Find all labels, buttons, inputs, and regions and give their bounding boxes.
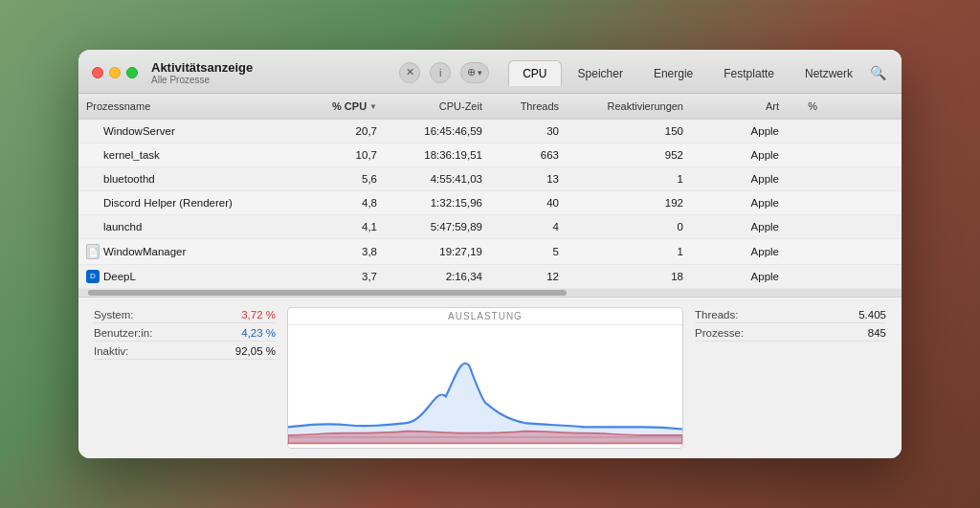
close-filter-button[interactable]: ✕: [399, 62, 420, 83]
col-header-cpu[interactable]: % CPU ▼: [289, 98, 385, 115]
cell-cputime: 5:47:59,89: [385, 218, 490, 235]
tab-cpu[interactable]: CPU: [508, 60, 561, 86]
cell-cpu: 3,8: [289, 243, 385, 260]
table-row[interactable]: kernel_task 10,7 18:36:19,51 663 952 App…: [78, 144, 902, 167]
tab-energie[interactable]: Energie: [639, 60, 707, 86]
table-header: Prozessname % CPU ▼ CPU-Zeit Threads Rea…: [78, 94, 902, 120]
cell-cputime: 4:55:41,03: [385, 170, 490, 188]
table-body: WindowServer 20,7 16:45:46,59 30 150 App…: [78, 120, 902, 289]
window-title: Aktivitätsanzeige: [151, 60, 253, 75]
cell-reakt: 0: [567, 218, 691, 235]
table-row[interactable]: 📄WindowManager 3,8 19:27,19 5 1 Apple: [78, 239, 902, 265]
toolbar-controls: ✕ i ⊕ ▾: [399, 62, 489, 83]
cell-cpu: 10,7: [289, 146, 385, 164]
maximize-button[interactable]: [126, 67, 138, 78]
cell-cpu: 20,7: [289, 122, 385, 140]
col-header-cputime[interactable]: CPU-Zeit: [385, 98, 490, 115]
tab-speicher[interactable]: Speicher: [564, 60, 637, 86]
cell-threads: 5: [490, 243, 567, 260]
chart-title: AUSLASTUNG: [288, 308, 682, 325]
cell-art: Apple: [691, 218, 787, 235]
stats-left: System: 3,72 % Benutzer:in: 4,23 % Inakt…: [94, 307, 276, 449]
stat-label-right: Prozesse:: [695, 327, 744, 339]
col-header-percent[interactable]: %: [787, 98, 825, 115]
cell-cputime: 18:36:19,51: [385, 146, 490, 164]
stat-label: System:: [94, 309, 134, 320]
cell-reakt: 1: [567, 170, 691, 188]
cell-art: Apple: [691, 243, 787, 260]
cell-reakt: 1: [567, 243, 691, 260]
table-row[interactable]: WindowServer 20,7 16:45:46,59 30 150 App…: [78, 120, 902, 144]
traffic-lights: [92, 67, 138, 78]
process-name: kernel_task: [103, 149, 160, 161]
close-icon: ✕: [406, 66, 414, 78]
cell-cpu: 4,8: [289, 194, 385, 211]
cell-prozessname: Discord Helper (Renderer): [78, 193, 289, 212]
tab-netzwerk[interactable]: Netzwerk: [791, 60, 867, 86]
stat-value: 4,23 %: [241, 327, 276, 339]
process-name: Discord Helper (Renderer): [103, 197, 233, 209]
cell-prozessname: WindowServer: [78, 121, 289, 141]
cell-threads: 12: [490, 268, 567, 285]
search-button[interactable]: 🔍: [867, 62, 888, 83]
cell-threads: 13: [490, 170, 567, 188]
col-header-reakt[interactable]: Reaktivierungen: [567, 98, 691, 115]
search-icon: 🔍: [870, 65, 886, 80]
title-block: Aktivitätsanzeige Alle Prozesse: [151, 60, 253, 85]
info-button[interactable]: i: [430, 62, 451, 83]
cell-threads: 663: [490, 146, 567, 164]
horizontal-scrollbar[interactable]: [78, 289, 902, 297]
cell-reakt: 192: [567, 194, 691, 211]
chevron-down-icon: ▾: [478, 68, 482, 77]
deepl-icon: D: [86, 270, 100, 283]
stat-row-right: Threads: 5.405: [695, 307, 886, 323]
scrollbar-thumb[interactable]: [88, 290, 567, 296]
cell-cpu: 3,7: [289, 268, 385, 285]
table-row[interactable]: bluetoothd 5,6 4:55:41,03 13 1 Apple: [78, 167, 902, 191]
cell-prozessname: 📄WindowManager: [78, 241, 289, 262]
table-row[interactable]: launchd 4,1 5:47:59,89 4 0 Apple: [78, 215, 902, 239]
chart-svg-area: [288, 325, 682, 448]
stat-value: 3,72 %: [241, 309, 276, 320]
col-header-prozessname[interactable]: Prozessname: [78, 98, 289, 115]
cell-art: Apple: [691, 122, 787, 140]
stats-right: Threads: 5.405 Prozesse: 845: [695, 307, 886, 449]
filter-button[interactable]: ⊕ ▾: [460, 62, 489, 83]
close-button[interactable]: [92, 67, 103, 78]
cell-percent: [787, 152, 825, 158]
stat-row-right: Prozesse: 845: [695, 325, 886, 342]
cell-prozessname: launchd: [78, 217, 289, 236]
bottom-panel: System: 3,72 % Benutzer:in: 4,23 % Inakt…: [78, 297, 902, 458]
cell-art: Apple: [691, 146, 787, 164]
cell-percent: [787, 274, 825, 279]
cell-threads: 30: [490, 122, 567, 140]
sort-arrow-icon: ▼: [369, 102, 377, 111]
cell-art: Apple: [691, 194, 787, 211]
tab-festplatte[interactable]: Festplatte: [709, 60, 789, 86]
stat-value: 92,05 %: [235, 345, 276, 357]
cell-prozessname: DDeepL: [78, 267, 289, 286]
cell-percent: [787, 200, 825, 206]
cell-cpu: 4,1: [289, 218, 385, 235]
process-name: DeepL: [103, 271, 136, 282]
table-wrapper: Prozessname % CPU ▼ CPU-Zeit Threads Rea…: [78, 94, 902, 297]
stat-label: Benutzer:in:: [94, 327, 152, 339]
window-subtitle: Alle Prozesse: [151, 75, 253, 85]
activity-monitor-window: Aktivitätsanzeige Alle Prozesse ✕ i ⊕ ▾ …: [78, 50, 902, 458]
chart-svg: [288, 325, 682, 448]
cell-threads: 4: [490, 218, 567, 235]
tab-bar: CPU Speicher Energie Festplatte Netzwerk: [508, 59, 867, 85]
cell-cpu: 5,6: [289, 170, 385, 188]
minimize-button[interactable]: [109, 67, 121, 78]
titlebar: Aktivitätsanzeige Alle Prozesse ✕ i ⊕ ▾ …: [78, 50, 902, 94]
table-row[interactable]: DDeepL 3,7 2:16,34 12 18 Apple: [78, 265, 902, 289]
cell-percent: [787, 176, 825, 182]
col-header-threads[interactable]: Threads: [490, 98, 567, 115]
process-name: launchd: [103, 221, 142, 232]
table-row[interactable]: Discord Helper (Renderer) 4,8 1:32:15,96…: [78, 191, 902, 215]
info-icon: i: [439, 67, 441, 78]
cell-threads: 40: [490, 194, 567, 211]
doc-icon: 📄: [86, 244, 100, 259]
cell-cputime: 19:27,19: [385, 243, 490, 260]
col-header-art[interactable]: Art: [691, 98, 787, 115]
